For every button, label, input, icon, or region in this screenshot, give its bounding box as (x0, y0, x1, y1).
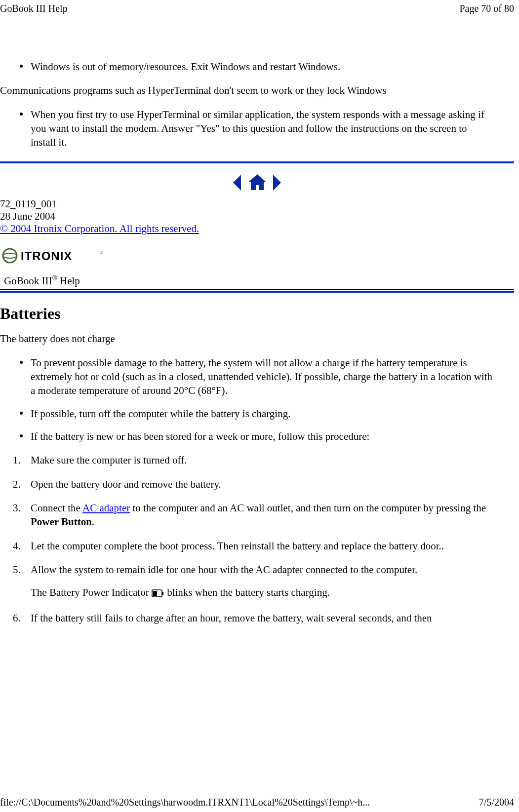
ac-adapter-link[interactable]: AC adapter (82, 502, 130, 514)
step-number: 3. (13, 501, 21, 515)
list-item: Windows is out of memory/resources. Exit… (31, 60, 514, 74)
step-number: 1. (13, 453, 21, 467)
svg-marker-0 (233, 175, 241, 191)
step-text-mid: to the computer and an AC wall outlet, a… (130, 502, 486, 514)
svg-marker-1 (248, 174, 266, 190)
step-number: 4. (13, 539, 21, 553)
footer-path: file://C:\Documents%20and%20Settings\har… (0, 797, 370, 808)
svg-point-4 (3, 253, 17, 258)
sub-pre: The Battery Power Indicator (31, 586, 152, 598)
battery-nocharge-para: The battery does not charge (0, 332, 514, 346)
header-title: GoBook III Help (0, 3, 68, 14)
step-text-pre: Connect the (31, 502, 82, 514)
step-text: Make sure the computer is turned off. (31, 454, 187, 466)
doc-id: 72_0119_001 (0, 198, 514, 210)
nav-prev-icon[interactable] (231, 174, 242, 192)
step-number: 6. (13, 611, 21, 625)
divider-blue-under (0, 291, 514, 293)
nav-icons (0, 173, 514, 192)
step-1: 1. Make sure the computer is turned off. (31, 453, 514, 467)
list-item: If the battery is new or has been stored… (31, 429, 514, 443)
step-5: 5. Allow the system to remain idle for o… (31, 563, 514, 601)
page-footer: file://C:\Documents%20and%20Settings\har… (0, 797, 514, 808)
step-text: If the battery still fails to charge aft… (31, 612, 432, 624)
svg-rect-9 (153, 591, 157, 596)
sub-post: blinks when the battery starts charging. (164, 586, 330, 598)
svg-text:ITRONIX: ITRONIX (21, 249, 72, 263)
copyright-link[interactable]: © 2004 Itronix Corporation. All rights r… (0, 223, 199, 234)
step-text: Allow the system to remain idle for one … (31, 564, 417, 576)
doc-date: 28 June 2004 (0, 210, 514, 223)
section-label-suffix: Help (57, 275, 80, 287)
comm-paragraph: Communications programs such as HyperTer… (0, 83, 514, 97)
step-text: Let the computer complete the boot proce… (31, 540, 444, 552)
section-title: GoBook III® Help (0, 272, 514, 290)
battery-indicator-icon (152, 587, 164, 601)
itronix-logo: ITRONIX ® (2, 247, 514, 268)
windows-memory-list: Windows is out of memory/resources. Exit… (0, 60, 514, 74)
step-4: 4. Let the computer complete the boot pr… (31, 539, 514, 553)
svg-point-3 (3, 249, 17, 263)
footer-date: 7/5/2004 (479, 797, 514, 808)
section-label-prefix: GoBook III (4, 275, 52, 287)
battery-bullets: To prevent possible damage to the batter… (0, 356, 514, 444)
svg-rect-8 (162, 592, 163, 595)
header-page: Page 70 of 80 (459, 3, 514, 14)
registered-mark: ® (52, 274, 57, 282)
divider-blue (0, 161, 514, 163)
doc-meta: 72_0119_001 28 June 2004 © 2004 Itronix … (0, 198, 514, 235)
page-header: GoBook III Help Page 70 of 80 (0, 0, 519, 14)
step-text-post: . (92, 516, 94, 528)
power-button-bold: Power Button (31, 516, 92, 528)
procedure-steps: 1. Make sure the computer is turned off.… (0, 453, 514, 625)
nav-next-icon[interactable] (272, 174, 283, 192)
nav-home-icon[interactable] (247, 173, 268, 192)
step-3: 3. Connect the AC adapter to the compute… (31, 501, 514, 529)
svg-text:®: ® (100, 250, 103, 255)
batteries-heading: Batteries (0, 305, 514, 323)
comm-list: When you first try to use HyperTerminal … (0, 108, 514, 150)
step-2: 2. Open the battery door and remove the … (31, 477, 514, 491)
step-text: Open the battery door and remove the bat… (31, 478, 221, 490)
list-item: If possible, turn off the computer while… (31, 407, 514, 421)
list-item: To prevent possible damage to the batter… (31, 356, 514, 398)
step-6: 6. If the battery still fails to charge … (31, 611, 514, 625)
step-number: 2. (13, 477, 21, 491)
svg-marker-2 (273, 175, 281, 191)
list-item: When you first try to use HyperTerminal … (31, 108, 514, 150)
step-5-sub: The Battery Power Indicator blinks when … (31, 585, 494, 601)
step-number: 5. (13, 563, 21, 577)
